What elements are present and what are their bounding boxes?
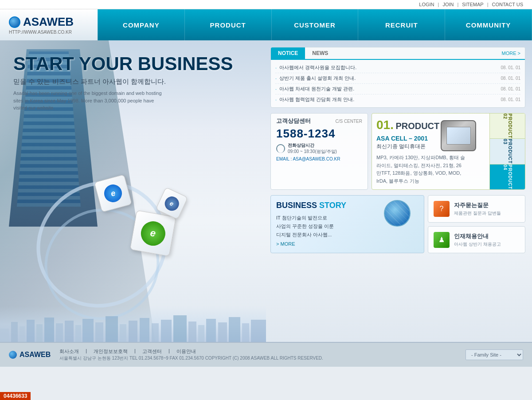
bullet-icon: ·: [275, 65, 277, 71]
hero-text: START YOUR BUSINESS 믿을 수 있는 비즈니스 파트너 아사웹…: [13, 54, 257, 112]
join-link[interactable]: JOIN: [442, 2, 454, 7]
footer-nav-company[interactable]: 회사소개: [59, 348, 79, 355]
bs-globe-circle: [384, 200, 411, 227]
notice-text: 아사웹 차세대 원천기술 개발 관련.: [279, 86, 498, 92]
svg-rect-2: [20, 326, 25, 342]
dice-blue: e: [94, 174, 132, 212]
main-nav: COMPANY PRODUCT CUSTOMER RECRUIT COMMUNI…: [98, 9, 532, 40]
nav-list: COMPANY PRODUCT CUSTOMER RECRUIT COMMUNI…: [98, 9, 532, 40]
svg-rect-16: [161, 320, 172, 342]
footer-logo: ASAWEB: [9, 351, 51, 359]
product-image: [441, 120, 485, 156]
bullet-icon: ·: [275, 76, 277, 81]
notice-text: 아사웹 협력업체 간담회 개최 안내.: [279, 96, 498, 103]
dice-green: e: [130, 210, 176, 256]
footer-divider: |: [134, 348, 136, 355]
nav-link-customer[interactable]: CUSTOMER: [294, 21, 336, 29]
cs-header: 고객상담센터 C/S CENTER: [276, 117, 362, 125]
nav-item-product[interactable]: PRODUCT: [185, 9, 272, 40]
bs-more-link[interactable]: > MORE: [276, 241, 295, 247]
logo-url: HTTP://WWW.ASAWEB.CO.KR: [9, 30, 89, 35]
recruit-desc: 아사웹 상반기 채용공고: [454, 241, 501, 247]
cs-hours-label: 전화상담시간: [288, 142, 337, 149]
svg-rect-4: [36, 324, 43, 342]
footer-address: 서울특별시 강남구 논현동 123번지 TEL 01.234.5678~9 FA…: [59, 356, 204, 361]
footer-nav-privacy[interactable]: 개인정보보호책: [94, 348, 128, 355]
notice-date: 08. 01. 01: [501, 76, 520, 81]
dice-container: e e e: [89, 178, 222, 289]
product-section: 01. PRODUCT 01 ASA CELL – 2001 최신기종 멀티휴대…: [372, 113, 525, 190]
cs-center: 고객상담센터 C/S CENTER 1588-1234 전화상담시간 09:00…: [270, 113, 368, 190]
svg-rect-22: [229, 317, 240, 342]
footer-divider: |: [168, 348, 170, 355]
svg-rect-11: [106, 316, 118, 342]
product-number: 01.: [376, 118, 394, 132]
nav-link-product[interactable]: PRODUCT: [210, 21, 246, 29]
faq-link[interactable]: ? 자주묻는질문 제품관련 질문과 답변들: [428, 195, 525, 223]
nav-item-customer[interactable]: CUSTOMER: [272, 9, 359, 40]
sep1: |: [438, 2, 439, 7]
svg-rect-12: [120, 324, 126, 342]
footer-nav-cs[interactable]: 고객센터: [142, 348, 162, 355]
bs-line3: 디지털 전문회사 아사웹...: [276, 231, 419, 239]
notice-item: · 아사웹 협력업체 간담회 개최 안내. 08. 01. 01: [275, 94, 520, 105]
logo-text-label: ASAWEB: [23, 15, 74, 29]
tab-notice[interactable]: NOTICE: [271, 47, 305, 59]
sitemap-link[interactable]: SITEMAP: [462, 2, 483, 7]
svg-rect-23: [242, 323, 249, 342]
footer-nav: 회사소개 | 개인정보보호책 | 고객센터 | 이용안내: [59, 348, 323, 355]
logo-area: ASAWEB HTTP://WWW.ASAWEB.CO.KR: [0, 12, 98, 38]
nav-item-community[interactable]: COMMUNITY: [445, 9, 532, 40]
bottom-row: BUSINESS STORY IT 첨단기술의 발전으로 사업의 꾸준한 성장을…: [270, 195, 525, 253]
product-tab-04[interactable]: PRODUCT 04: [490, 165, 525, 189]
footer-logo-text: ASAWEB: [20, 351, 51, 359]
login-link[interactable]: LOGIN: [419, 2, 434, 7]
cs-title: 고객상담센터: [276, 117, 311, 125]
svg-rect-13: [129, 321, 137, 342]
watermark: 04436633: [0, 392, 31, 400]
faq-info: 자주묻는질문 제품관련 질문과 답변들: [454, 201, 501, 216]
svg-rect-7: [65, 321, 74, 342]
nav-item-recruit[interactable]: RECRUIT: [358, 9, 445, 40]
svg-rect-19: [198, 325, 204, 342]
cs-phone-number: 1588-1234: [276, 127, 362, 141]
footer-copyright: COPYRIGHT (C) 2008 ASAWEB ALL RIGHTS RES…: [205, 356, 323, 361]
product-tab-03[interactable]: PRODUCT 03: [490, 139, 525, 164]
bs-title-part1: BUSINESS: [276, 201, 319, 210]
svg-rect-6: [56, 323, 63, 342]
svg-rect-20: [206, 319, 216, 342]
hero-section: START YOUR BUSINESS 믿을 수 있는 비즈니스 파트너 아사웹…: [0, 40, 266, 342]
notice-date: 08. 01. 01: [501, 97, 520, 102]
footer-nav-usage[interactable]: 이용안내: [176, 348, 196, 355]
svg-rect-9: [82, 319, 94, 342]
footer-center: 회사소개 | 개인정보보호책 | 고객센터 | 이용안내 서울특별시 강남구 논…: [59, 348, 323, 361]
svg-rect-21: [218, 322, 227, 342]
right-links: ? 자주묻는질문 제품관련 질문과 답변들 ♟ 인재채용안내 아사웹 상반기 채…: [428, 195, 525, 253]
family-site-select[interactable]: - Family Site -: [466, 349, 523, 360]
svg-rect-3: [27, 320, 35, 342]
recruit-link[interactable]: ♟ 인재채용안내 아사웹 상반기 채용공고: [428, 226, 525, 254]
svg-rect-10: [95, 322, 103, 342]
svg-rect-24: [251, 320, 266, 342]
nav-link-company[interactable]: COMPANY: [123, 21, 160, 29]
dice-small-icon: e: [162, 194, 181, 213]
svg-rect-1: [11, 322, 18, 342]
contact-link[interactable]: CONTACT US: [492, 2, 524, 7]
cs-subtitle: C/S CENTER: [335, 119, 362, 124]
product-tab-02[interactable]: PRODUCT 02: [490, 114, 525, 139]
dice-green-icon: e: [139, 219, 167, 247]
cs-hours: 전화상담시간 09:00 ~ 18:30(평일/주말): [276, 142, 362, 155]
nav-item-company[interactable]: COMPANY: [98, 9, 185, 40]
footer-info: 서울특별시 강남구 논현동 123번지 TEL 01.234.5678~9 FA…: [59, 355, 323, 361]
bs-title-part2: STORY: [319, 201, 346, 210]
headphone-icon: [276, 144, 285, 153]
nav-link-community[interactable]: COMMUNITY: [466, 21, 511, 29]
footer-divider: |: [86, 348, 87, 355]
faq-title: 자주묻는질문: [454, 201, 501, 209]
notice-more-link[interactable]: MORE >: [502, 51, 525, 56]
nav-link-recruit[interactable]: RECRUIT: [385, 21, 418, 29]
tab-news[interactable]: NEWS: [305, 47, 335, 59]
logo[interactable]: ASAWEB: [9, 15, 89, 29]
bullet-icon: ·: [275, 97, 277, 102]
hero-description: Asadal has been running one of the bigge…: [13, 90, 168, 112]
